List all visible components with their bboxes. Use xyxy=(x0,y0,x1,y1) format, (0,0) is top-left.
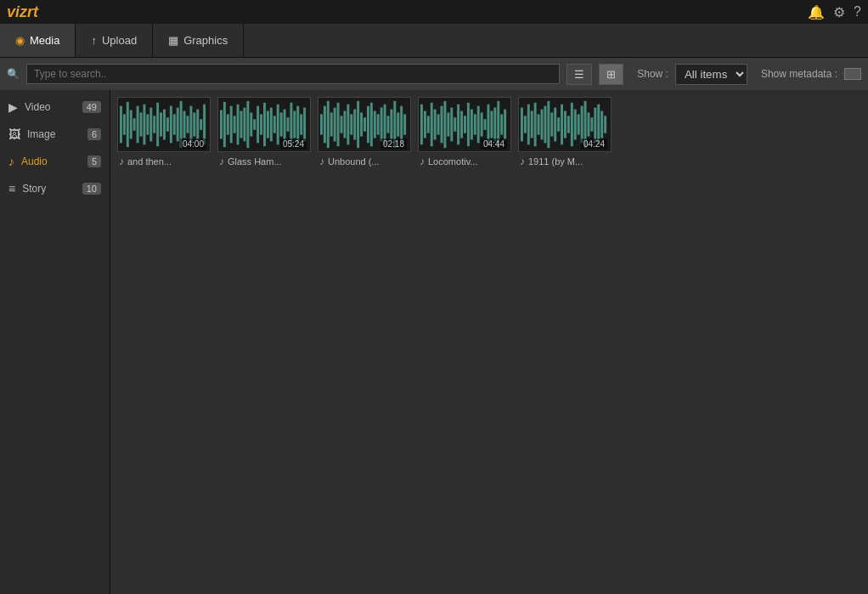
audio-label-1: ♪ and then... xyxy=(117,152,211,171)
svg-rect-66 xyxy=(367,106,369,144)
sidebar-item-image[interactable]: 🖼 Image 6 xyxy=(0,121,110,148)
svg-rect-53 xyxy=(324,106,326,144)
svg-rect-59 xyxy=(343,111,346,139)
upload-tab-icon: ↑ xyxy=(91,34,97,47)
svg-rect-89 xyxy=(457,105,459,144)
sidebar-item-video[interactable]: ▶ Video 49 xyxy=(0,93,110,121)
audio-card-3[interactable]: 02:18 ♪ Unbound (... xyxy=(318,97,411,171)
svg-rect-54 xyxy=(327,101,330,148)
tab-graphics[interactable]: ▦ Graphics xyxy=(153,24,244,57)
note-icon-1: ♪ xyxy=(119,156,124,167)
svg-rect-64 xyxy=(360,112,363,136)
svg-rect-15 xyxy=(170,106,172,144)
svg-rect-113 xyxy=(550,112,553,136)
note-icon-3: ♪ xyxy=(319,156,324,167)
video-icon: ▶ xyxy=(8,100,18,114)
svg-rect-42 xyxy=(273,116,276,133)
audio-card-2[interactable]: 05:24 ♪ Glass Ham... xyxy=(217,97,311,171)
top-bar: vizrt 🔔 ⚙ ? xyxy=(0,0,868,24)
note-icon-4: ♪ xyxy=(420,156,425,167)
metadata-toggle[interactable] xyxy=(844,68,861,80)
top-icons: 🔔 ⚙ ? xyxy=(808,4,861,20)
audio-card-4[interactable]: 04:44 ♪ Locomotiv... xyxy=(418,97,511,171)
svg-rect-48 xyxy=(293,111,296,139)
audio-title-4: Locomotiv... xyxy=(428,156,478,167)
media-area: 04:00 ♪ and then... xyxy=(110,90,868,594)
svg-rect-37 xyxy=(256,106,259,144)
svg-rect-2 xyxy=(127,102,129,147)
svg-rect-110 xyxy=(541,110,544,140)
image-icon: 🖼 xyxy=(8,127,20,141)
tab-bar: ◉ Media ↑ Upload ▦ Graphics xyxy=(0,24,868,58)
audio-label-3: ♪ Unbound (... xyxy=(318,152,411,171)
svg-rect-35 xyxy=(250,112,252,136)
tab-media[interactable]: ◉ Media xyxy=(0,24,76,57)
svg-rect-43 xyxy=(277,105,279,144)
svg-rect-28 xyxy=(227,114,229,134)
svg-rect-60 xyxy=(347,105,349,144)
svg-rect-11 xyxy=(156,103,159,146)
svg-rect-78 xyxy=(420,105,423,144)
grid-view-btn[interactable]: ⊞ xyxy=(599,64,623,85)
audio-count: 5 xyxy=(87,156,101,167)
svg-rect-31 xyxy=(237,105,240,144)
svg-rect-55 xyxy=(330,112,333,136)
svg-rect-96 xyxy=(481,112,483,136)
waveform-1: 04:00 xyxy=(117,97,211,152)
settings-icon[interactable]: ⚙ xyxy=(833,4,845,20)
svg-rect-93 xyxy=(471,110,473,140)
video-count: 49 xyxy=(82,101,101,113)
waveform-3: 02:18 xyxy=(318,97,411,152)
app-title: vizrt xyxy=(7,3,38,21)
sidebar-item-story[interactable]: ≡ Story 10 xyxy=(0,175,110,202)
audio-title-5: 1911 (by M... xyxy=(528,156,583,167)
svg-rect-77 xyxy=(403,114,406,134)
list-view-btn[interactable]: ☰ xyxy=(566,64,592,85)
svg-rect-8 xyxy=(146,114,149,134)
svg-rect-122 xyxy=(581,106,583,144)
audio-card-1[interactable]: 04:00 ♪ and then... xyxy=(117,97,211,171)
notification-icon[interactable]: 🔔 xyxy=(808,4,825,20)
svg-rect-29 xyxy=(230,106,233,144)
audio-label-2: ♪ Glass Ham... xyxy=(217,152,311,171)
svg-rect-21 xyxy=(189,106,192,144)
svg-rect-84 xyxy=(441,106,443,144)
svg-rect-39 xyxy=(263,103,266,146)
svg-rect-4 xyxy=(133,118,136,131)
svg-rect-45 xyxy=(284,110,286,140)
duration-5: 04:24 xyxy=(581,139,607,150)
audio-title-2: Glass Ham... xyxy=(228,156,282,167)
waveform-5: 04:24 xyxy=(518,97,612,152)
svg-rect-70 xyxy=(380,108,383,142)
svg-rect-108 xyxy=(534,103,537,146)
tab-upload[interactable]: ↑ Upload xyxy=(76,24,153,57)
svg-rect-44 xyxy=(280,112,283,136)
svg-rect-106 xyxy=(527,105,530,144)
note-icon-5: ♪ xyxy=(520,156,525,167)
svg-rect-97 xyxy=(484,119,487,130)
image-count: 6 xyxy=(87,128,101,140)
search-input[interactable] xyxy=(26,64,560,84)
sidebar-image-label: Image xyxy=(27,128,55,140)
show-select[interactable]: All items Video Audio Image Story xyxy=(675,64,747,85)
story-count: 10 xyxy=(82,183,101,195)
svg-rect-129 xyxy=(604,116,606,133)
svg-rect-49 xyxy=(296,106,299,144)
media-tab-label: Media xyxy=(30,34,59,47)
audio-card-5[interactable]: 04:24 ♪ 1911 (by M... xyxy=(518,97,612,171)
svg-rect-65 xyxy=(364,117,366,131)
svg-rect-40 xyxy=(267,111,269,139)
help-icon[interactable]: ? xyxy=(854,4,861,20)
svg-rect-92 xyxy=(467,103,470,146)
sidebar: ▶ Video 49 🖼 Image 6 ♪ Audio 5 ≡ Story 1 xyxy=(0,90,110,594)
svg-rect-125 xyxy=(590,117,593,131)
svg-rect-17 xyxy=(177,108,179,142)
duration-2: 05:24 xyxy=(280,139,307,150)
svg-rect-68 xyxy=(374,111,376,139)
sidebar-item-audio[interactable]: ♪ Audio 5 xyxy=(0,148,110,175)
graphics-tab-label: Graphics xyxy=(183,34,228,47)
svg-rect-121 xyxy=(578,114,580,134)
svg-rect-32 xyxy=(240,111,243,139)
svg-rect-7 xyxy=(143,105,145,144)
waveform-2: 05:24 xyxy=(217,97,311,152)
